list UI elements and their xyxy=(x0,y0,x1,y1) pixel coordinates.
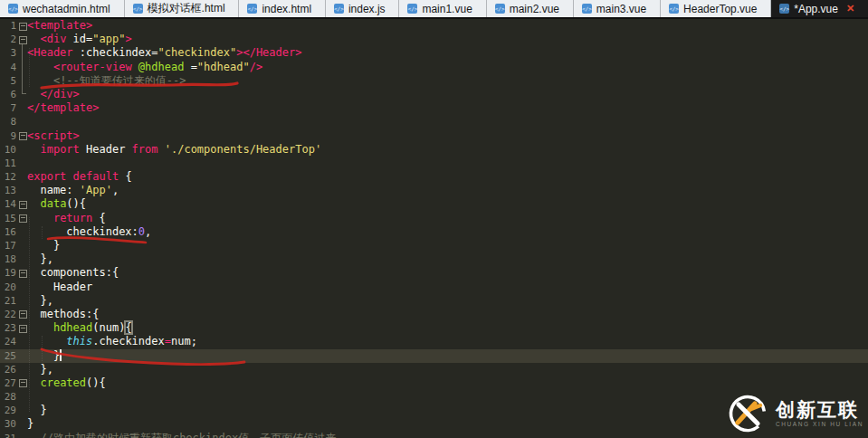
code-line-16[interactable]: 16 checkindex:0, xyxy=(0,225,868,239)
line-number: 7 xyxy=(0,101,16,115)
fold-column xyxy=(16,294,27,308)
code-line-19[interactable]: 19 components:{ xyxy=(0,266,868,280)
code-line-11[interactable]: 11 xyxy=(0,157,868,170)
tab-label: 模拟对话框.html xyxy=(148,1,225,16)
code-text: created(){ xyxy=(27,376,868,390)
code-text: } xyxy=(27,239,868,252)
fold-column xyxy=(16,143,27,157)
line-number: 8 xyxy=(0,115,16,129)
code-text xyxy=(27,157,868,170)
indent-guide xyxy=(42,226,43,239)
code-line-13[interactable]: 13 name: 'App', xyxy=(0,184,868,197)
line-number: 17 xyxy=(0,239,16,252)
line-number: 31 xyxy=(0,432,16,438)
line-number: 2 xyxy=(0,33,16,46)
code-line-18[interactable]: 18 }, xyxy=(0,252,868,266)
code-text: <router-view @hdhead ="hdhead"/> xyxy=(27,61,868,74)
code-text: <template> xyxy=(27,19,868,33)
code-line-7[interactable]: 7</template> xyxy=(0,101,868,115)
code-line-15[interactable]: 15 return { xyxy=(0,212,868,225)
line-number: 26 xyxy=(0,363,16,376)
code-line-2[interactable]: 2 <div id="app"> xyxy=(0,33,868,46)
fold-toggle-icon[interactable] xyxy=(19,270,27,278)
code-line-8[interactable]: 8 xyxy=(0,115,868,129)
code-file-icon: </> xyxy=(495,4,505,14)
code-line-22[interactable]: 22 methods:{ xyxy=(0,308,868,321)
fold-column xyxy=(16,349,27,363)
code-file-icon: </> xyxy=(669,4,679,14)
fold-column xyxy=(16,321,27,335)
fold-toggle-icon[interactable] xyxy=(19,310,27,319)
fold-column xyxy=(16,335,27,348)
line-number: 16 xyxy=(0,225,16,239)
code-line-4[interactable]: 4 <router-view @hdhead ="hdhead"/> xyxy=(0,61,868,74)
code-line-20[interactable]: 20 Header xyxy=(0,281,868,294)
fold-column xyxy=(16,212,27,225)
tab-.html[interactable]: </>模拟对话框.html xyxy=(125,0,240,17)
code-text: </div> xyxy=(27,88,868,101)
line-number: 23 xyxy=(0,321,16,335)
code-line-12[interactable]: 12export default { xyxy=(0,170,868,184)
line-number: 21 xyxy=(0,294,16,308)
tab-index.js[interactable]: </>index.js xyxy=(326,0,400,17)
code-line-6[interactable]: 6 </div> xyxy=(0,88,868,101)
fold-toggle-icon[interactable] xyxy=(19,36,27,44)
watermark-subtitle: CHUANG XIN HU LIAN xyxy=(776,422,863,428)
code-text: <script> xyxy=(27,129,868,143)
code-line-17[interactable]: 17 } xyxy=(0,239,868,252)
fold-column xyxy=(16,184,27,197)
fold-toggle-icon[interactable] xyxy=(19,201,27,209)
code-text: import Header from './components/HeaderT… xyxy=(27,143,868,157)
code-text: this.checkindex=num; xyxy=(27,335,868,348)
tab-label: *App.vue xyxy=(794,3,838,15)
code-line-23[interactable]: 23 hdhead(num){ xyxy=(0,321,868,335)
code-text: }, xyxy=(27,252,868,266)
tab-app.vue[interactable]: </>*App.vue✕ xyxy=(771,0,868,17)
fold-toggle-icon[interactable] xyxy=(19,214,27,223)
tab-wechatadmin.html[interactable]: </>wechatadmin.html xyxy=(0,0,125,17)
code-line-10[interactable]: 10 import Header from './components/Head… xyxy=(0,143,868,157)
code-line-27[interactable]: 27 created(){ xyxy=(0,376,868,390)
fold-toggle-icon[interactable] xyxy=(19,132,27,140)
line-number: 4 xyxy=(0,61,16,74)
code-line-21[interactable]: 21 }, xyxy=(0,294,868,308)
fold-column xyxy=(16,157,27,170)
code-line-24[interactable]: 24 this.checkindex=num; xyxy=(0,335,868,348)
fold-column xyxy=(16,115,27,129)
code-file-icon: </> xyxy=(334,4,344,14)
code-line-14[interactable]: 14 data(){ xyxy=(0,197,868,211)
code-line-3[interactable]: 3<Header :checkindex="checkindex"></Head… xyxy=(0,46,868,60)
code-text: checkindex:0, xyxy=(27,225,868,239)
line-number: 25 xyxy=(0,349,16,363)
line-number: 11 xyxy=(0,157,16,170)
fold-column xyxy=(16,376,27,390)
tab-main3.vue[interactable]: </>main3.vue xyxy=(574,0,661,17)
tab-label: main3.vue xyxy=(596,3,646,15)
code-editor[interactable]: 1<template>2 <div id="app">3<Header :che… xyxy=(0,19,868,438)
text-cursor xyxy=(60,349,62,361)
line-number: 10 xyxy=(0,143,16,157)
tab-index.html[interactable]: </>index.html xyxy=(239,0,326,17)
tab-main1.vue[interactable]: </>main1.vue xyxy=(399,0,486,17)
fold-guide xyxy=(22,44,26,94)
code-text: </template> xyxy=(27,101,868,115)
tab-main2.vue[interactable]: </>main2.vue xyxy=(487,0,574,17)
code-line-25[interactable]: 25 } xyxy=(0,349,868,363)
code-line-9[interactable]: 9<script> xyxy=(0,129,868,143)
fold-toggle-icon[interactable] xyxy=(19,379,27,387)
fold-toggle-icon[interactable] xyxy=(19,325,27,333)
indent-guide xyxy=(29,48,30,87)
tab-close-icon[interactable]: ✕ xyxy=(846,4,854,14)
tab-headertop.vue[interactable]: </>HeaderTop.vue xyxy=(661,0,771,17)
code-text: }, xyxy=(27,363,868,376)
fold-toggle-icon[interactable] xyxy=(19,23,27,31)
fold-column xyxy=(16,390,27,404)
code-line-26[interactable]: 26 }, xyxy=(0,363,868,376)
code-line-5[interactable]: 5 <!--知道要传过来的值--> xyxy=(0,74,868,88)
line-number: 30 xyxy=(0,417,16,431)
fold-column xyxy=(16,417,27,431)
fold-column xyxy=(16,239,27,252)
line-number: 14 xyxy=(0,197,16,211)
fold-column xyxy=(16,101,27,115)
code-line-1[interactable]: 1<template> xyxy=(0,19,868,33)
